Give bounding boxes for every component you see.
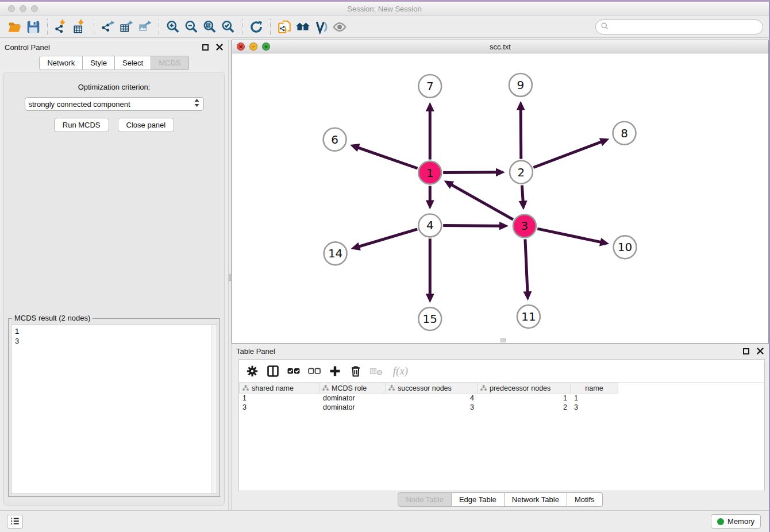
column-label: MCDS role bbox=[332, 384, 367, 392]
export-image-button[interactable] bbox=[136, 18, 154, 36]
float-table-panel-icon[interactable] bbox=[743, 348, 749, 354]
canvas-hscroll-thumb[interactable] bbox=[500, 338, 506, 342]
edge-arrow-4-3 bbox=[499, 222, 509, 230]
column-label: predecessor nodes bbox=[490, 384, 550, 392]
close-panel-icon[interactable] bbox=[215, 43, 224, 51]
network-close-icon[interactable]: ✕ bbox=[237, 43, 245, 51]
edge-arrow-1-2 bbox=[496, 168, 505, 176]
table-row[interactable]: 1dominator411 bbox=[239, 394, 764, 403]
control-panel-title: Control Panel bbox=[5, 43, 50, 52]
column-header-predecessor-nodes[interactable]: predecessor nodes bbox=[478, 383, 571, 394]
column-header-shared-name[interactable]: shared name bbox=[239, 383, 319, 394]
export-network-icon bbox=[101, 20, 116, 34]
table-cell[interactable]: 4 bbox=[386, 394, 478, 403]
table-cell[interactable]: 3 bbox=[239, 403, 319, 412]
edge-2-3[interactable] bbox=[522, 185, 523, 202]
edge-1-6[interactable] bbox=[357, 148, 417, 168]
tab-mcds[interactable]: MCDS bbox=[151, 56, 188, 70]
tab-network[interactable]: Network bbox=[39, 56, 83, 70]
network-canvas[interactable]: 7968124314101511 bbox=[232, 54, 768, 343]
export-image-icon bbox=[137, 20, 152, 34]
memory-button[interactable]: Memory bbox=[711, 514, 761, 529]
zoom-window-icon[interactable] bbox=[31, 5, 38, 12]
edge-arrow-3-11 bbox=[523, 291, 532, 300]
save-session-button[interactable] bbox=[24, 18, 43, 36]
window-title: Session: New Session bbox=[347, 5, 421, 13]
run-mcds-button[interactable]: Run MCDS bbox=[54, 118, 109, 132]
edge-2-8[interactable] bbox=[533, 142, 602, 168]
zoom-selected-button[interactable] bbox=[219, 18, 237, 36]
toggle-column-panel-button[interactable] bbox=[264, 363, 282, 380]
node-label-2: 2 bbox=[518, 165, 525, 179]
node-label-9: 9 bbox=[517, 78, 525, 92]
table-cell[interactable]: 1 bbox=[478, 394, 571, 403]
zoom-in-button[interactable] bbox=[164, 18, 182, 36]
close-table-panel-icon[interactable] bbox=[756, 347, 764, 355]
table-cell[interactable]: 1 bbox=[239, 394, 319, 403]
criterion-select[interactable]: strongly connected component bbox=[25, 97, 204, 111]
mcds-result-item[interactable]: 3 bbox=[15, 336, 213, 346]
network-zoom-icon[interactable]: + bbox=[262, 43, 270, 51]
open-folder-button[interactable] bbox=[6, 18, 24, 36]
edge-3-10[interactable] bbox=[537, 229, 601, 242]
tab-select[interactable]: Select bbox=[115, 56, 151, 70]
copy-network-button[interactable] bbox=[275, 18, 294, 36]
zoom-out-button[interactable] bbox=[182, 18, 201, 36]
tab-edge-table[interactable]: Edge Table bbox=[452, 492, 505, 507]
import-network-icon bbox=[54, 20, 69, 34]
column-header-MCDS-role[interactable]: MCDS role bbox=[319, 383, 386, 394]
column-header-successor-nodes[interactable]: successor nodes bbox=[386, 383, 478, 394]
table-panel-header: Table Panel bbox=[232, 344, 769, 358]
mcds-result-scrollbar[interactable] bbox=[211, 325, 217, 494]
search-input[interactable] bbox=[609, 21, 763, 33]
toolbar-separator bbox=[47, 19, 48, 35]
status-bar: Memory bbox=[0, 510, 769, 532]
close-panel-button[interactable]: Close panel bbox=[118, 118, 175, 132]
table-cell[interactable]: dominator bbox=[319, 403, 386, 412]
control-panel-header: Control Panel bbox=[0, 40, 228, 55]
deselect-all-rows-button[interactable] bbox=[306, 363, 323, 380]
delete-column-button[interactable] bbox=[347, 363, 364, 380]
edge-4-14[interactable] bbox=[359, 229, 417, 246]
table-cell[interactable]: dominator bbox=[319, 394, 386, 403]
tab-network-table[interactable]: Network Table bbox=[505, 492, 567, 507]
toolbar-separator bbox=[270, 19, 271, 35]
table-cell[interactable]: 3 bbox=[571, 403, 618, 412]
refresh-layout-button[interactable] bbox=[247, 18, 265, 36]
search-box[interactable] bbox=[595, 20, 763, 34]
tab-style[interactable]: Style bbox=[83, 56, 115, 70]
network-minimize-icon[interactable]: − bbox=[249, 43, 257, 51]
task-history-button[interactable] bbox=[7, 515, 23, 529]
table-cell[interactable]: 1 bbox=[571, 394, 618, 403]
tab-motifs[interactable]: Motifs bbox=[567, 492, 603, 507]
export-network-button[interactable] bbox=[99, 18, 117, 36]
column-label: shared name bbox=[252, 384, 294, 392]
mcds-result-item[interactable]: 1 bbox=[15, 326, 213, 336]
table-cell[interactable]: 2 bbox=[478, 403, 571, 412]
mcds-result-list[interactable]: 13 bbox=[11, 325, 217, 494]
tab-node-table[interactable]: Node Table bbox=[398, 492, 452, 507]
float-panel-icon[interactable] bbox=[202, 44, 209, 51]
minimize-window-icon[interactable] bbox=[20, 5, 26, 12]
edge-3-1[interactable] bbox=[451, 184, 513, 219]
close-window-icon[interactable] bbox=[8, 5, 15, 12]
column-header-name[interactable]: name bbox=[571, 383, 618, 394]
edge-4-3[interactable] bbox=[443, 226, 500, 226]
edge-3-11[interactable] bbox=[525, 239, 528, 292]
table-options-gear-button[interactable] bbox=[244, 363, 261, 380]
edge-1-2[interactable] bbox=[443, 172, 497, 173]
select-all-rows-button[interactable] bbox=[285, 363, 302, 380]
edge-2-9[interactable] bbox=[521, 109, 521, 159]
add-column-button[interactable] bbox=[326, 363, 344, 380]
import-table-button[interactable] bbox=[71, 18, 89, 36]
vizmapper-button[interactable] bbox=[312, 18, 330, 36]
table-row[interactable]: 3dominator323 bbox=[239, 403, 764, 412]
home-button[interactable] bbox=[294, 18, 312, 36]
export-table-button[interactable] bbox=[117, 18, 136, 36]
zoom-fit-icon bbox=[202, 20, 217, 34]
export-table-icon bbox=[119, 20, 134, 34]
import-network-button[interactable] bbox=[52, 18, 71, 36]
zoom-fit-button[interactable] bbox=[201, 18, 219, 36]
table-cell[interactable]: 3 bbox=[386, 403, 478, 412]
splitter-grip-icon[interactable] bbox=[229, 274, 231, 281]
